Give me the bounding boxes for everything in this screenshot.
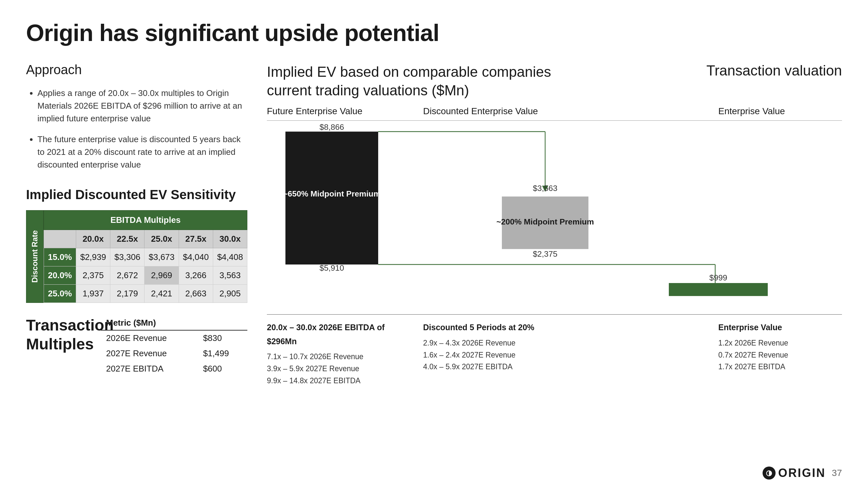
sensitivity-table: EBITDA Multiples 20.0x 22.5x 25.0x 27.5x… [43,210,247,303]
bottom-col2-row2: 1.6x – 2.4x 2027E Revenue [423,349,712,361]
midpoint-premium-label: ~650% Midpoint Premium [283,189,381,198]
bottom-col2-label: Discounted 5 Periods at 20% [423,321,712,334]
val-1-3: $3,673 [145,248,179,266]
col-header-future-ev: Future Enterprise Value [267,106,423,117]
logo-icon: ◑ [763,466,776,480]
data-row-1: 15.0% $2,939 $3,306 $3,673 $4,040 $4,408 [44,248,247,266]
bullet-item-2: The future enterprise value is discounte… [37,133,247,171]
t-metric-3: 2027E EBITDA [101,361,198,377]
bottom-col1-row1: 7.1x – 10.7x 2026E Revenue [267,351,416,363]
bottom-col1-label: 20.0x – 30.0x 2026E EBITDA of $296Mn [267,321,416,348]
col-header-3: 25.0x [145,230,179,248]
bottom-col3-row2: 0.7x 2027E Revenue [718,349,842,361]
col-header-1: 20.0x [76,230,110,248]
left-panel: Approach Applies a range of 20.0x – 30.0… [26,62,247,393]
right-panel-header: Implied EV based on comparable companies… [267,62,842,100]
transaction-ev-bar [669,283,768,296]
discounted-ev-bottom-label: $2,375 [533,250,558,259]
future-ev-bottom-label: $5,910 [319,263,344,272]
page-number: 37 [832,468,842,478]
val-2-4: 3,266 [179,266,213,285]
discounted-ev-top-label: $3,563 [533,184,558,193]
col-header-5: 30.0x [213,230,247,248]
val-2-3: 2,969 [145,266,179,285]
chart-area: $8,866 ~650% Midpoint Premium $5,910 [267,121,842,310]
t-value-2: $1,499 [198,346,247,361]
transaction-ev-label: $999 [710,273,727,282]
t-value-1: $830 [198,330,247,346]
chart-bottom: 20.0x – 30.0x 2026E EBITDA of $296Mn 7.1… [267,314,842,392]
transaction-multiples-label: TransactionMultiples [26,316,91,353]
bottom-col1-row2: 3.9x – 5.9x 2027E Revenue [267,363,416,375]
sensitivity-title: Implied Discounted EV Sensitivity [26,187,247,202]
sub-header-row: 20.0x 22.5x 25.0x 27.5x 30.0x [44,230,247,248]
val-1-4: $4,040 [179,248,213,266]
approach-title: Approach [26,62,247,77]
ev-title: Implied EV based on comparable companies… [267,62,560,100]
bottom-col2-row1: 2.9x – 4.3x 2026E Revenue [423,337,712,349]
col-header-enterprise-val: Enterprise Value [718,106,842,117]
sensitivity-table-wrapper: EBITDA Multiples 20.0x 22.5x 25.0x 27.5x… [43,210,247,303]
t-metric-2: 2027E Revenue [101,346,198,361]
val-3-2: 2,179 [110,285,145,303]
data-row-3: 25.0% 1,937 2,179 2,421 2,663 2,905 [44,285,247,303]
discounted-midpoint-label: ~200% Midpoint Premium [496,217,594,226]
bottom-col-3: Enterprise Value 1.2x 2026E Revenue 0.7x… [718,315,842,392]
chart-svg: $8,866 ~650% Midpoint Premium $5,910 [267,121,842,310]
t-value-3: $600 [198,361,247,377]
ebitda-header-row: EBITDA Multiples [44,210,247,230]
rate-1: 15.0% [44,248,76,266]
logo-text: ORIGIN [778,466,826,480]
transaction-row-3: 2027E EBITDA $600 [101,361,247,377]
transaction-val-title: Transaction valuation [706,62,842,79]
val-2-5: 3,563 [213,266,247,285]
discount-rate-label: Discount Rate [26,210,43,303]
metric-header: Metric ($Mn) [101,316,198,330]
page: Origin has significant upside potential … [0,0,868,488]
bottom-col2-row3: 4.0x – 5.9x 2027E EBITDA [423,361,712,373]
transaction-multiples-section: TransactionMultiples Metric ($Mn) 2026E … [26,316,247,377]
bottom-col3-row1: 1.2x 2026E Revenue [718,337,842,349]
main-title: Origin has significant upside potential [26,20,842,46]
logo-area: ◑ ORIGIN [763,466,826,480]
bottom-col3-label: Enterprise Value [718,321,842,334]
content-area: Approach Applies a range of 20.0x – 30.0… [26,62,842,393]
bottom-col1-row3: 9.9x – 14.8x 2027E EBITDA [267,375,416,387]
rate-3: 25.0% [44,285,76,303]
transaction-row-1: 2026E Revenue $830 [101,330,247,346]
col-header-2: 22.5x [110,230,145,248]
val-1-5: $4,408 [213,248,247,266]
bullet-list: Applies a range of 20.0x – 30.0x multipl… [26,87,247,171]
right-panel: Implied EV based on comparable companies… [267,62,842,393]
transaction-table-header: Metric ($Mn) [101,316,247,330]
col-header-discounted-ev: Discounted Enterprise Value [423,106,718,117]
val-3-5: 2,905 [213,285,247,303]
val-1-2: $3,306 [110,248,145,266]
bottom-col-2: Discounted 5 Periods at 20% 2.9x – 4.3x … [423,315,718,392]
bottom-col3-row3: 1.7x 2027E EBITDA [718,361,842,373]
empty-header [44,230,76,248]
ebitda-multiples-header: EBITDA Multiples [44,210,247,230]
sensitivity-outer: Discount Rate EBITDA Multiples 20.0x 22.… [26,210,247,303]
col-header-4: 27.5x [179,230,213,248]
value-header [198,316,247,330]
bottom-col-1: 20.0x – 30.0x 2026E EBITDA of $296Mn 7.1… [267,315,423,392]
transaction-row-2: 2027E Revenue $1,499 [101,346,247,361]
rate-2: 20.0% [44,266,76,285]
val-3-3: 2,421 [145,285,179,303]
t-metric-1: 2026E Revenue [101,330,198,346]
val-2-1: 2,375 [76,266,110,285]
val-1-1: $2,939 [76,248,110,266]
bullet-item-1: Applies a range of 20.0x – 30.0x multipl… [37,87,247,125]
data-row-2: 20.0% 2,375 2,672 2,969 3,266 3,563 [44,266,247,285]
val-3-4: 2,663 [179,285,213,303]
transaction-table: Metric ($Mn) 2026E Revenue $830 2027E Re… [101,316,247,377]
future-ev-top-label: $8,866 [319,123,344,131]
val-2-2: 2,672 [110,266,145,285]
val-3-1: 1,937 [76,285,110,303]
